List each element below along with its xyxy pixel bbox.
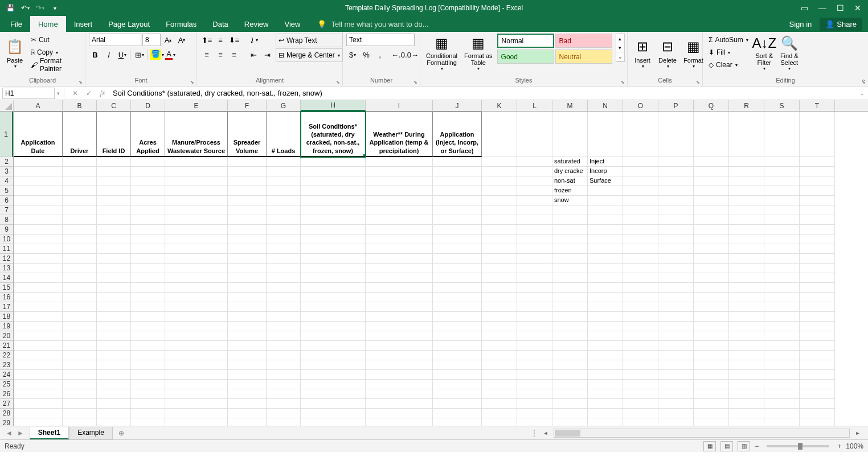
cell[interactable] <box>14 215 63 225</box>
cell[interactable] <box>800 215 835 225</box>
cell[interactable] <box>97 360 131 370</box>
cell[interactable] <box>301 186 366 196</box>
cancel-formula-icon[interactable]: ✕ <box>68 89 82 97</box>
row-header[interactable]: 7 <box>0 205 13 215</box>
cell[interactable] <box>517 234 552 244</box>
cell[interactable] <box>433 157 482 167</box>
autosum-button[interactable]: ΣAutoSum▾ <box>706 34 751 46</box>
save-icon[interactable]: 💾 <box>5 2 16 14</box>
cell[interactable] <box>267 418 301 426</box>
cell[interactable] <box>482 418 517 426</box>
cell[interactable]: dry cracke <box>552 167 588 176</box>
cell[interactable] <box>165 331 228 341</box>
cell[interactable] <box>694 331 729 341</box>
row-header[interactable]: 11 <box>0 244 13 254</box>
cell[interactable] <box>165 167 228 176</box>
decrease-font-icon[interactable]: A▾ <box>175 34 188 46</box>
cell[interactable] <box>433 254 482 264</box>
add-sheet-button[interactable]: ⊕ <box>113 429 130 437</box>
cell[interactable] <box>433 389 482 399</box>
cell[interactable] <box>63 234 97 244</box>
cell[interactable] <box>729 244 764 254</box>
page-break-view-icon[interactable]: ▥ <box>738 441 750 451</box>
ribbon-tab-formulas[interactable]: Formulas <box>158 16 204 32</box>
cell[interactable] <box>228 176 267 186</box>
cell[interactable] <box>623 215 658 225</box>
cell[interactable] <box>433 273 482 283</box>
cell[interactable] <box>764 176 800 186</box>
cell[interactable] <box>301 225 366 234</box>
cell[interactable]: frozen <box>552 186 588 196</box>
cell[interactable] <box>131 418 165 426</box>
cell[interactable] <box>729 215 764 225</box>
cell[interactable] <box>366 215 433 225</box>
cell[interactable] <box>800 205 835 215</box>
cell[interactable] <box>267 399 301 409</box>
cell[interactable] <box>366 225 433 234</box>
cell[interactable] <box>729 225 764 234</box>
cell[interactable] <box>588 302 623 312</box>
cell[interactable] <box>165 293 228 302</box>
cell[interactable] <box>729 157 764 167</box>
cell[interactable] <box>267 176 301 186</box>
cell[interactable] <box>588 312 623 322</box>
column-header[interactable]: M <box>552 100 588 111</box>
cell[interactable] <box>97 331 131 341</box>
cell[interactable] <box>366 157 433 167</box>
cell[interactable] <box>228 167 267 176</box>
cell[interactable] <box>433 186 482 196</box>
cell[interactable] <box>165 244 228 254</box>
cell[interactable] <box>131 264 165 273</box>
cell[interactable] <box>658 341 694 351</box>
cell[interactable] <box>97 186 131 196</box>
cell[interactable] <box>623 293 658 302</box>
cell[interactable] <box>267 254 301 264</box>
cell[interactable] <box>482 157 517 167</box>
cell[interactable] <box>482 409 517 418</box>
minimize-icon[interactable]: — <box>818 3 826 13</box>
cell[interactable] <box>588 293 623 302</box>
cell[interactable] <box>517 186 552 196</box>
align-right-icon[interactable]: ≡ <box>228 48 240 61</box>
cell[interactable] <box>800 331 835 341</box>
cell[interactable] <box>658 186 694 196</box>
cell[interactable] <box>729 302 764 312</box>
cell[interactable] <box>433 205 482 215</box>
cell[interactable] <box>482 273 517 283</box>
cut-button[interactable]: ✂Cut <box>28 34 81 46</box>
cell[interactable] <box>366 360 433 370</box>
cell[interactable] <box>97 264 131 273</box>
cell[interactable] <box>14 176 63 186</box>
cell[interactable] <box>623 380 658 389</box>
cell[interactable] <box>301 351 366 360</box>
cell[interactable] <box>658 215 694 225</box>
cell[interactable] <box>63 254 97 264</box>
cell[interactable] <box>433 399 482 409</box>
cell[interactable] <box>366 389 433 399</box>
cell[interactable] <box>694 225 729 234</box>
insert-cells-button[interactable]: ⊞Insert▾ <box>631 34 654 72</box>
cell[interactable] <box>131 254 165 264</box>
ribbon-tab-review[interactable]: Review <box>236 16 277 32</box>
cell[interactable] <box>658 273 694 283</box>
cell[interactable] <box>63 157 97 167</box>
row-header[interactable]: 13 <box>0 264 13 273</box>
cell[interactable] <box>623 176 658 186</box>
cell[interactable] <box>764 360 800 370</box>
share-button[interactable]: 👤Share <box>820 18 862 31</box>
cell[interactable] <box>800 273 835 283</box>
cell[interactable] <box>482 234 517 244</box>
cell[interactable] <box>267 167 301 176</box>
cell[interactable] <box>301 215 366 225</box>
cell[interactable] <box>588 351 623 360</box>
decrease-indent-icon[interactable]: ⇤ <box>247 48 260 61</box>
cell[interactable] <box>97 205 131 215</box>
sort-filter-button[interactable]: A↓ZSort & Filter▾ <box>753 34 776 72</box>
undo-icon[interactable]: ↶▾ <box>19 2 31 14</box>
cell[interactable] <box>658 205 694 215</box>
cell[interactable] <box>131 341 165 351</box>
horizontal-scrollbar[interactable] <box>554 429 850 438</box>
cell[interactable] <box>63 167 97 176</box>
cell[interactable] <box>552 351 588 360</box>
cell[interactable] <box>267 186 301 196</box>
